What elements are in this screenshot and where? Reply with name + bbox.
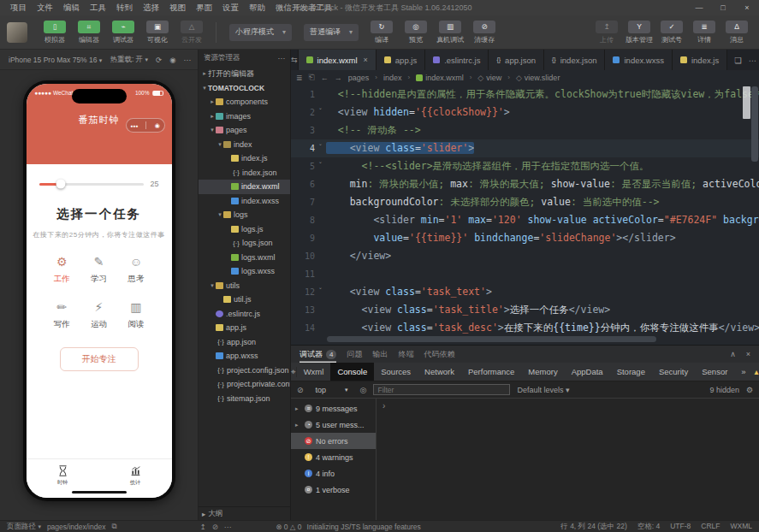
device-selector[interactable]: iPhone 15 Pro Max 75% 16 ▾ — [9, 56, 102, 64]
devtools-tab-Security[interactable]: Security — [652, 363, 695, 381]
code-line-8[interactable]: 8 <slider min='1' max='120' show-value a… — [291, 211, 759, 229]
editor-tab-index.js[interactable]: index.js — [673, 50, 727, 70]
mode-dropdown[interactable]: 小程序模式▾ — [229, 24, 292, 41]
code-line-7[interactable]: 7 backgroundColor: 未选择部分的颜色; value: 当前选中… — [291, 193, 759, 211]
breadcrumb-item-pages[interactable]: pages — [348, 74, 370, 82]
toolbar-button-真机调试[interactable]: ▥真机调试 — [435, 21, 465, 44]
tree-item-app.js[interactable]: app.js — [199, 321, 290, 335]
compile-mode-dropdown[interactable]: 普通编译▾ — [304, 24, 359, 41]
tree-item-TOMATOCLOCK[interactable]: ▾TOMATOCLOCK — [199, 81, 290, 96]
task-item-学习[interactable]: ✎学习 — [80, 252, 117, 285]
collapse-panel-icon[interactable]: ∧ — [730, 350, 736, 358]
toolbar-button-详情[interactable]: ≣详情 — [689, 21, 720, 44]
fold-icon[interactable]: ˇ — [315, 139, 326, 157]
devtools-tab-»[interactable]: » — [734, 363, 752, 381]
status-item[interactable]: 空格: 4 — [637, 522, 660, 532]
warnings-badge[interactable]: ▲ 4 — [753, 368, 759, 376]
code-line-5[interactable]: 5ˇ <!--<slider>是滑动选择器组件，用于在指定范围内选一个值。 — [291, 157, 759, 175]
eye-icon[interactable]: ◎ — [360, 386, 367, 394]
task-item-工作[interactable]: ⚙工作 — [44, 252, 80, 285]
code-line-6[interactable]: 6 min: 滑块的最小值; max: 滑块的最大值; show-value: … — [291, 175, 759, 193]
editor-tab-index.json[interactable]: {}index.json — [544, 50, 605, 70]
console-settings-icon[interactable]: ⚙ — [746, 386, 753, 394]
context-selector[interactable]: top▾ — [311, 384, 353, 396]
forward-icon[interactable]: → — [335, 74, 342, 82]
tree-item-index[interactable]: ▾index — [199, 138, 290, 152]
toolbar-button-清缓存[interactable]: ⊘清缓存 — [469, 21, 500, 44]
code-line-3[interactable]: 3 <!-- 滑动条 --> — [291, 121, 759, 139]
close-icon[interactable]: × — [364, 56, 368, 64]
toolbar-button-预览[interactable]: ◎预览 — [400, 21, 431, 44]
tree-item-app.json[interactable]: {·}app.json — [199, 335, 290, 350]
tabbar-item-统计[interactable]: 统计 — [99, 459, 172, 493]
start-focus-button[interactable]: 开始专注 — [60, 347, 139, 371]
menu-item-设置[interactable]: 设置 — [217, 3, 244, 14]
more-icon[interactable]: ⋯ — [749, 56, 757, 65]
console-filter-1 verbose[interactable]: ¤1 verbose — [291, 482, 376, 498]
split-editor-icon[interactable]: ❏ — [734, 56, 742, 65]
maximize-icon[interactable]: □ — [711, 3, 735, 12]
editor-tab-app.json[interactable]: {}app.json — [489, 50, 544, 70]
log-levels-dropdown[interactable]: Default levels ▾ — [517, 386, 569, 394]
hot-reload-toggle[interactable]: 热重载: 开 ▾ — [110, 55, 148, 65]
task-item-阅读[interactable]: ▥阅读 — [117, 298, 154, 330]
inspect-icon[interactable]: ⌖ — [291, 367, 297, 377]
console-filter-No errors[interactable]: ⊘No errors — [291, 433, 376, 449]
tree-item-index.json[interactable]: {·}index.json — [199, 166, 290, 180]
tabbar-item-时钟[interactable]: 时钟 — [27, 459, 99, 493]
tree-item-project.config.json[interactable]: {·}project.config.json — [199, 364, 290, 378]
vertical-scrollbar[interactable] — [751, 86, 758, 162]
clear-console-icon[interactable]: ⊘ — [297, 386, 304, 394]
devtools-tab-Wxml[interactable]: Wxml — [297, 363, 331, 381]
more-icon[interactable]: ⋯ — [184, 56, 192, 64]
console-filter-4 warnings[interactable]: !4 warnings — [291, 449, 376, 465]
tree-item-components[interactable]: ▸components — [199, 95, 290, 109]
fold-icon[interactable]: ˇ — [315, 283, 326, 301]
menu-item-转到[interactable]: 转到 — [111, 3, 138, 14]
rotate-icon[interactable]: ⟳ — [156, 56, 162, 64]
devtools-tab-Sensor[interactable]: Sensor — [695, 363, 734, 381]
tree-item-index.wxml[interactable]: index.wxml — [199, 180, 290, 194]
status-item[interactable]: UTF-8 — [670, 522, 691, 532]
menu-item-视图[interactable]: 视图 — [164, 3, 191, 14]
console-filter-5 user mess...[interactable]: ▸◔5 user mess... — [291, 417, 376, 433]
devtools-tab-Network[interactable]: Network — [418, 363, 461, 381]
code-line-12[interactable]: 12ˇ <view class='task_text'> — [291, 283, 759, 301]
capsule-close-icon[interactable]: ◉ — [155, 122, 160, 129]
devtools-tab-AppData[interactable]: AppData — [565, 363, 610, 381]
devtools-tab-Performance[interactable]: Performance — [461, 363, 521, 381]
back-icon[interactable]: ← — [321, 74, 329, 82]
bookmark-icon[interactable]: ⎗ — [309, 73, 315, 82]
menu-item-工具[interactable]: 工具 — [85, 3, 111, 14]
toolbar-button-编译[interactable]: ↻编译 — [366, 21, 397, 44]
editor-tab-index.wxml[interactable]: index.wxml× — [299, 50, 377, 70]
filter-input[interactable] — [373, 384, 510, 395]
status-item[interactable]: WXML — [731, 522, 753, 532]
editor-tab-index.wxss[interactable]: index.wxss — [605, 50, 672, 70]
editor-tab-.eslintrc.js[interactable]: .eslintrc.js — [425, 50, 489, 70]
minimize-icon[interactable]: — — [687, 3, 711, 12]
page-path-dropdown[interactable]: 页面路径 ▾ — [7, 522, 41, 532]
tree-item-logs.wxss[interactable]: logs.wxss — [199, 264, 290, 279]
toolbar-button-测试号[interactable]: ✓测试号 — [656, 21, 687, 44]
more-icon[interactable]: ⋯ — [278, 54, 286, 62]
code-line-11[interactable]: 11 — [291, 265, 759, 283]
tree-item-util.js[interactable]: util.js — [199, 293, 290, 307]
code-line-13[interactable]: 13 <view class='task_title'>选择一个任务</view… — [291, 301, 759, 319]
status-item[interactable]: CRLF — [701, 522, 720, 532]
tree-item-sitemap.json[interactable]: {·}sitemap.json — [199, 392, 290, 406]
tree-item-打开的编辑器[interactable]: ▸打开的编辑器 — [199, 67, 290, 81]
devtools-tab-Sources[interactable]: Sources — [374, 363, 418, 381]
tree-item-images[interactable]: ▸images — [199, 109, 290, 124]
devtools-tab-Console[interactable]: Console — [330, 363, 374, 381]
toolbar-button-模拟器[interactable]: ▯模拟器 — [39, 21, 70, 44]
tree-item-app.wxss[interactable]: app.wxss — [199, 349, 290, 364]
tree-item-project.private.config.json[interactable]: {·}project.private.config.json — [199, 377, 290, 392]
task-item-写作[interactable]: ✏写作 — [44, 298, 80, 330]
toolbar-button-云开发[interactable]: △云开发 — [176, 21, 207, 44]
copy-icon[interactable]: ⧉ — [111, 522, 116, 531]
toolbar-button-上传[interactable]: ↥上传 — [591, 21, 622, 44]
breadcrumb-item-view[interactable]: ◇view — [477, 74, 501, 82]
status-item[interactable]: 行 4, 列 24 (选中 22) — [560, 522, 626, 532]
tree-item-utils[interactable]: ▾utils — [199, 279, 290, 293]
